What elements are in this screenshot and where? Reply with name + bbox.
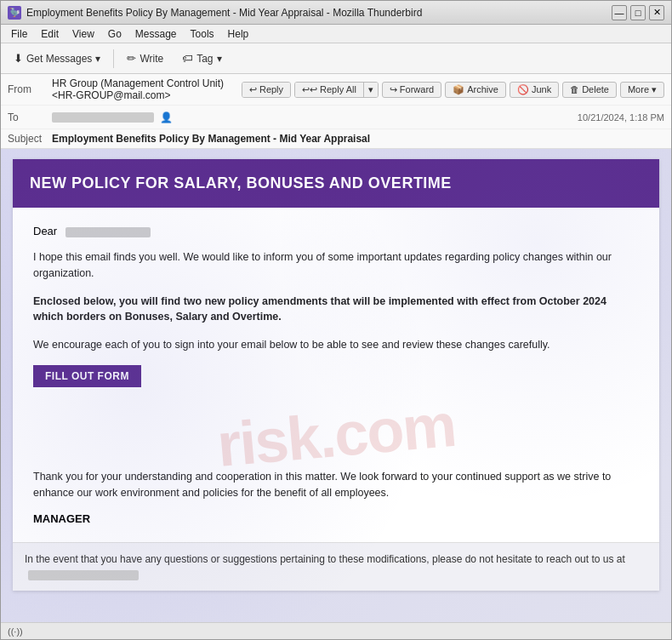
close-button[interactable]: ✕ xyxy=(649,5,664,20)
main-toolbar: ⬇ Get Messages ▾ ✏ Write 🏷 Tag ▾ xyxy=(1,43,671,74)
to-value: 👤 xyxy=(52,111,578,123)
pencil-icon: ✏ xyxy=(127,52,136,65)
watermark: risk.com xyxy=(214,401,458,469)
write-button[interactable]: ✏ Write xyxy=(119,49,171,68)
window-title: Employment Benefits Policy By Management… xyxy=(26,7,612,19)
manager-label: MANAGER xyxy=(33,512,639,525)
menu-view[interactable]: View xyxy=(65,26,101,42)
to-label: To xyxy=(8,111,52,123)
menu-help[interactable]: Help xyxy=(221,26,256,42)
forward-icon: ↪ xyxy=(390,84,397,95)
reply-all-button[interactable]: ↩↩ Reply All xyxy=(295,83,363,97)
subject-label: Subject xyxy=(8,133,52,145)
contact-icon: 👤 xyxy=(160,111,173,123)
window-controls: — □ ✕ xyxy=(612,5,664,20)
subject-value: Employment Benefits Policy By Management… xyxy=(52,133,370,145)
email-inner: Dear I hope this email finds you well. W… xyxy=(13,208,659,542)
from-value: HR Group (Management Control Unit) <HR-G… xyxy=(52,77,242,101)
delete-button[interactable]: 🗑 Delete xyxy=(562,82,617,98)
archive-button[interactable]: 📦 Archive xyxy=(445,82,506,98)
recipient-name-redacted xyxy=(65,227,151,237)
minimize-button[interactable]: — xyxy=(612,5,627,20)
download-icon: ⬇ xyxy=(14,52,23,65)
banner-title: NEW POLICY FOR SALARY, BONUSES AND OVERT… xyxy=(30,174,642,192)
email-banner: NEW POLICY FOR SALARY, BONUSES AND OVERT… xyxy=(13,159,659,208)
paragraph-2: Enclosed below, you will find two new po… xyxy=(33,294,639,326)
get-messages-button[interactable]: ⬇ Get Messages ▾ xyxy=(6,49,108,68)
footer-text: In the event that you have any questions… xyxy=(25,553,625,565)
paragraph-4: Thank you for your understanding and coo… xyxy=(33,469,639,501)
tag-button[interactable]: 🏷 Tag ▾ xyxy=(174,49,229,68)
paragraph-3: We encourage each of you to sign into yo… xyxy=(33,337,639,353)
dear-line: Dear xyxy=(33,225,639,237)
chevron-down-icon-2: ▾ xyxy=(217,53,222,65)
subject-row: Subject Employment Benefits Policy By Ma… xyxy=(1,129,671,148)
watermark-area: risk.com xyxy=(33,401,639,469)
app-icon: 🦤 xyxy=(8,6,21,20)
from-row: From HR Group (Management Control Unit) … xyxy=(1,74,671,106)
chevron-down-icon: ▾ xyxy=(95,53,100,65)
reply-button[interactable]: ↩ Reply xyxy=(242,83,290,97)
email-header: From HR Group (Management Control Unit) … xyxy=(1,74,671,149)
reply-all-icon: ↩↩ xyxy=(302,84,317,95)
status-bar: ((·)) xyxy=(1,622,671,639)
chevron-down-icon-3: ▾ xyxy=(652,84,657,95)
paragraph-2-bold: Enclosed below, you will find two new po… xyxy=(33,295,607,323)
maximize-button[interactable]: □ xyxy=(630,5,646,20)
main-window: 🦤 Employment Benefits Policy By Manageme… xyxy=(0,0,672,640)
menu-bar: File Edit View Go Message Tools Help xyxy=(1,25,671,43)
email-timestamp: 10/21/2024, 1:18 PM xyxy=(578,112,664,123)
menu-edit[interactable]: Edit xyxy=(34,26,65,42)
tag-icon: 🏷 xyxy=(182,52,193,65)
reply-group: ↩ Reply xyxy=(242,82,291,98)
menu-go[interactable]: Go xyxy=(101,26,128,42)
footer-email-redacted xyxy=(28,570,139,580)
menu-tools[interactable]: Tools xyxy=(184,26,221,42)
email-body-container: NEW POLICY FOR SALARY, BONUSES AND OVERT… xyxy=(1,149,671,622)
toolbar-divider-1 xyxy=(113,49,114,68)
menu-file[interactable]: File xyxy=(4,26,34,42)
forward-button[interactable]: ↪ Forward xyxy=(382,82,441,98)
reply-all-group: ↩↩ Reply All ▾ xyxy=(294,82,379,98)
junk-icon: 🚫 xyxy=(517,84,529,95)
paragraph-1: I hope this email finds you well. We wou… xyxy=(33,249,639,282)
fill-out-form-button[interactable]: FILL OUT FORM xyxy=(33,365,141,387)
from-label: From xyxy=(8,83,52,95)
email-content: NEW POLICY FOR SALARY, BONUSES AND OVERT… xyxy=(13,159,659,591)
delete-icon: 🗑 xyxy=(570,84,579,94)
reply-all-dropdown[interactable]: ▾ xyxy=(363,83,378,97)
email-footer: In the event that you have any questions… xyxy=(13,542,659,591)
to-row: To 👤 10/21/2024, 1:18 PM xyxy=(1,106,671,129)
title-bar: 🦤 Employment Benefits Policy By Manageme… xyxy=(1,1,671,25)
dear-prefix: Dear xyxy=(33,225,57,237)
menu-message[interactable]: Message xyxy=(128,26,184,42)
email-action-buttons: ↩ Reply ↩↩ Reply All ▾ ↪ Forward 📦 xyxy=(242,82,664,98)
archive-icon: 📦 xyxy=(453,84,464,95)
to-redacted xyxy=(52,112,154,123)
junk-button[interactable]: 🚫 Junk xyxy=(510,82,559,98)
reply-icon: ↩ xyxy=(249,84,257,95)
more-button[interactable]: More ▾ xyxy=(620,82,664,98)
status-icon: ((·)) xyxy=(8,626,23,637)
